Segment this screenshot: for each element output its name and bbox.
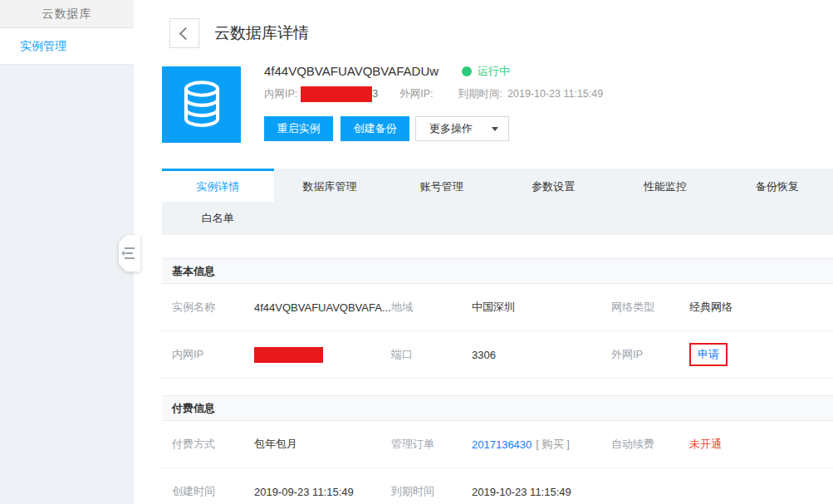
inner-ip-redaction-box: [301, 86, 372, 102]
caret-down-icon: [492, 127, 498, 131]
create-backup-button[interactable]: 创建备份: [341, 116, 409, 141]
port-value: 3306: [472, 331, 496, 378]
basic-info-row-2: 内网IP 端口 3306 外网IP 申请: [162, 331, 833, 379]
collapse-panel-icon: [125, 246, 135, 261]
inner-ip-row-redaction-box: [254, 347, 323, 363]
basic-info-row-1: 实例名称 4f44VQBVAFUAVQBVAFA... 地域 中国深圳 网络类型…: [162, 284, 833, 331]
expire-time-value: 2019-10-23 11:15:49: [507, 88, 603, 100]
inner-ip-label: 内网IP:: [264, 87, 297, 101]
region-value: 中国深圳: [472, 284, 515, 330]
tab-whitelist[interactable]: 白名单: [162, 202, 274, 235]
status-dot-icon: [462, 66, 472, 76]
tab-backup-restore[interactable]: 备份恢复: [721, 169, 833, 202]
region-label: 地域: [391, 284, 413, 330]
database-icon: [178, 79, 226, 130]
outer-ip-label: 外网IP:: [399, 87, 433, 101]
order-id-link[interactable]: 2017136430: [472, 438, 532, 451]
tab-parameter-settings[interactable]: 参数设置: [497, 169, 610, 202]
order-label: 管理订单: [391, 421, 434, 467]
restart-instance-button[interactable]: 重启实例: [264, 116, 333, 141]
sidebar-collapse-handle-wrap: [119, 235, 140, 272]
basic-info-section-header: 基本信息: [162, 258, 833, 284]
expire-time-row-value: 2019-10-23 11:15:49: [472, 468, 571, 504]
tab-database-management[interactable]: 数据库管理: [274, 169, 386, 202]
create-time-label: 创建时间: [172, 468, 215, 504]
sidebar-item-instance-management[interactable]: 实例管理: [0, 28, 134, 65]
outer-ip-apply-cell: 申请: [689, 331, 728, 378]
tab-instance-detail[interactable]: 实例详情: [162, 169, 274, 202]
status-badge: 运行中: [462, 64, 510, 79]
back-button[interactable]: [169, 18, 199, 48]
billing-mode-value: 包年包月: [254, 421, 297, 467]
chevron-left-icon: [179, 27, 193, 40]
tab-row-2: 白名单: [162, 202, 833, 235]
billing-mode-label: 付费方式: [172, 421, 215, 467]
port-label: 端口: [391, 331, 413, 378]
billing-info-row-1: 付费方式 包年包月 管理订单 2017136430 [ 购买 ] 自动续费 未开…: [162, 421, 833, 468]
billing-info-section-header: 付费信息: [162, 395, 833, 421]
sidebar-title: 云数据库: [0, 0, 134, 28]
status-label: 运行中: [478, 64, 510, 79]
sidebar-item-label: 实例管理: [20, 39, 66, 54]
create-time-value: 2019-09-23 11:15:49: [254, 468, 354, 504]
expire-time-row-label: 到期时间: [391, 468, 434, 504]
billing-info-row-2: 创建时间 2019-09-23 11:15:49 到期时间 2019-10-23…: [162, 468, 833, 504]
more-actions-label: 更多操作: [429, 121, 473, 136]
order-buy-link[interactable]: [ 购买 ]: [536, 437, 569, 452]
instance-name-value: 4f44VQBVAFUAVQBVAFA...: [254, 284, 391, 330]
auto-renew-label: 自动续费: [611, 421, 654, 467]
expire-time-label: 到期时间:: [458, 87, 502, 101]
apply-outer-ip-link[interactable]: 申请: [689, 343, 728, 366]
page-title: 云数据库详情: [214, 18, 309, 48]
network-type-label: 网络类型: [611, 284, 654, 330]
inner-ip-visible-suffix: 3: [372, 88, 378, 100]
tab-bar: 实例详情 数据库管理 账号管理 参数设置 性能监控 备份恢复 白名单: [162, 169, 833, 235]
tab-account-management[interactable]: 账号管理: [385, 169, 497, 202]
order-cell: 2017136430 [ 购买 ]: [472, 421, 570, 467]
outer-ip-row-label: 外网IP: [611, 331, 643, 378]
more-actions-dropdown[interactable]: 更多操作: [415, 116, 509, 141]
instance-name-label: 实例名称: [172, 284, 215, 330]
network-type-value: 经典网络: [689, 284, 733, 330]
sidebar-collapse-handle[interactable]: [119, 235, 140, 272]
instance-icon-tile: [162, 66, 241, 143]
instance-head-fields: 内网IP: 3 外网IP: 到期时间: 2019-10-23 11:15:49: [264, 86, 603, 102]
tab-row-1: 实例详情 数据库管理 账号管理 参数设置 性能监控 备份恢复: [162, 169, 833, 202]
inner-ip-row-label: 内网IP: [172, 331, 203, 378]
tab-performance-monitor[interactable]: 性能监控: [610, 169, 722, 202]
sidebar: 云数据库 实例管理: [0, 0, 134, 504]
inner-ip-row-value: [254, 331, 323, 378]
instance-name: 4f44VQBVAFUAVQBVAFADUw: [264, 64, 439, 78]
auto-renew-value: 未开通: [689, 421, 722, 467]
